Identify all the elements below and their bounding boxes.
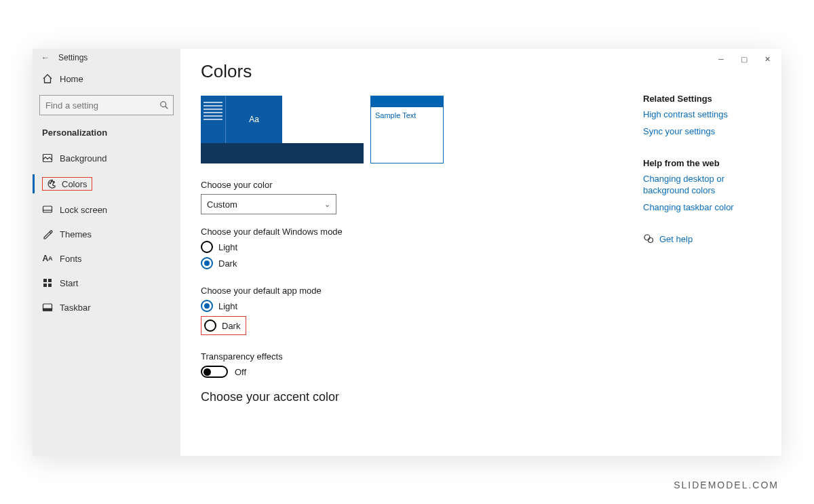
sidebar-item-label: Home (60, 74, 83, 84)
sidebar-item-label: Fonts (60, 254, 82, 264)
help-heading: Help from the web (643, 158, 765, 168)
svg-rect-6 (43, 279, 47, 282)
svg-point-4 (54, 182, 55, 183)
themes-icon (42, 229, 53, 239)
fonts-icon: AA (42, 253, 53, 264)
home-icon (42, 73, 53, 84)
toggle-state: Off (235, 367, 246, 377)
svg-point-0 (161, 102, 166, 107)
preview-desktop: Aa (201, 96, 364, 163)
sidebar-item-label: Background (60, 153, 106, 163)
svg-rect-8 (43, 284, 47, 287)
lockscreen-icon (42, 204, 53, 215)
radio-label: Dark (222, 321, 240, 331)
preview-start-menu: Aa (201, 96, 282, 143)
sidebar-item-lockscreen[interactable]: Lock screen (33, 197, 180, 222)
preview-sample-text: Sample Text (371, 107, 443, 123)
taskbar-icon (42, 302, 53, 313)
sidebar-section: Personalization (33, 125, 180, 146)
sidebar-item-label: Taskbar (60, 303, 91, 313)
radio-label: Light (218, 301, 237, 311)
sidebar-item-label: Start (60, 278, 78, 288)
accent-color-heading: Choose your accent color (201, 390, 761, 404)
link-sync-settings[interactable]: Sync your settings (643, 126, 765, 138)
window-title: Settings (58, 53, 88, 62)
svg-point-13 (648, 238, 653, 243)
app-mode-dark[interactable]: Dark (201, 316, 761, 335)
page-title: Colors (201, 61, 761, 82)
settings-window: ─ ▢ ✕ ← Settings Home Personalization (33, 49, 781, 456)
related-heading: Related Settings (643, 94, 765, 104)
palette-icon (47, 178, 58, 189)
sidebar-item-start[interactable]: Start (33, 271, 180, 295)
svg-rect-9 (48, 284, 52, 287)
sidebar-item-label: Lock screen (60, 205, 107, 215)
transparency-label: Transparency effects (201, 351, 761, 362)
svg-point-12 (644, 235, 650, 240)
sidebar-item-colors[interactable]: Colors (33, 170, 180, 197)
svg-rect-7 (48, 279, 52, 282)
start-icon (42, 277, 53, 288)
sidebar-item-taskbar[interactable]: Taskbar (33, 295, 180, 319)
svg-point-2 (50, 182, 51, 184)
radio-label: Dark (218, 258, 237, 269)
transparency-toggle[interactable] (201, 366, 228, 378)
link-high-contrast[interactable]: High contrast settings (643, 109, 765, 121)
highlight-box: Dark (201, 316, 246, 335)
sidebar: ← Settings Home Personalization Bac (33, 49, 180, 456)
chevron-down-icon: ⌄ (324, 200, 330, 209)
watermark: SLIDEMODEL.COM (674, 480, 779, 490)
sidebar-item-background[interactable]: Background (33, 146, 180, 170)
radio-icon (201, 241, 213, 253)
main-content: Colors Aa Sample Text Choose your color … (180, 49, 781, 456)
preview-taskbar (201, 143, 364, 163)
svg-point-3 (51, 181, 52, 182)
sidebar-item-label: Colors (62, 179, 88, 189)
search-icon (159, 100, 169, 110)
transparency-toggle-row: Off (201, 366, 761, 378)
radio-label: Light (218, 242, 237, 252)
get-help-label: Get help (659, 234, 693, 244)
related-panel: Related Settings High contrast settings … (643, 94, 765, 244)
preview-window: Sample Text (370, 96, 444, 163)
search-box[interactable] (39, 95, 174, 115)
highlight-box: Colors (42, 177, 92, 191)
app-mode-label: Choose your default app mode (201, 286, 761, 296)
radio-icon (204, 319, 216, 332)
radio-icon (201, 257, 213, 269)
picture-icon (42, 153, 53, 163)
get-help-link[interactable]: Get help (643, 233, 765, 244)
preview-tile-text: Aa (225, 96, 282, 143)
dropdown-value: Custom (207, 199, 237, 210)
radio-icon (201, 300, 213, 312)
link-help-colors[interactable]: Changing desktop or background colors (643, 174, 765, 197)
search-input[interactable] (45, 100, 159, 111)
svg-rect-5 (43, 206, 52, 212)
sidebar-item-fonts[interactable]: AA Fonts (33, 246, 180, 271)
choose-color-dropdown[interactable]: Custom ⌄ (201, 194, 336, 214)
windows-mode-dark[interactable]: Dark (201, 257, 761, 269)
app-mode-light[interactable]: Light (201, 300, 761, 312)
svg-rect-11 (43, 309, 52, 311)
titlebar: ← Settings (33, 49, 180, 66)
sidebar-item-label: Themes (60, 229, 92, 239)
sidebar-item-home[interactable]: Home (33, 66, 180, 91)
help-icon (643, 233, 654, 244)
link-help-taskbar[interactable]: Changing taskbar color (643, 202, 765, 214)
back-button[interactable]: ← (39, 53, 52, 62)
sidebar-item-themes[interactable]: Themes (33, 222, 180, 246)
